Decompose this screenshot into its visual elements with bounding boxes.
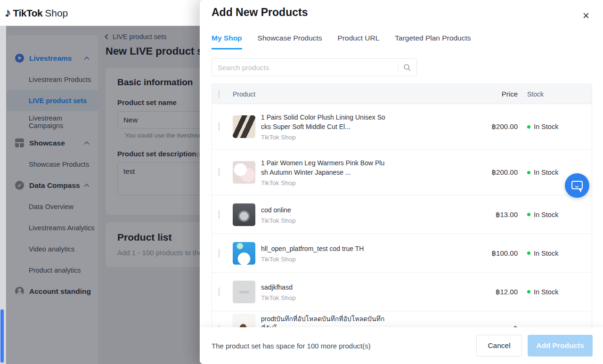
cancel-button[interactable]: Cancel [476,335,522,356]
search-icon[interactable] [403,64,411,71]
row-checkbox[interactable] [219,287,220,296]
tiktok-note-icon: ♪ [5,7,11,18]
row-checkbox[interactable] [219,210,220,219]
chat-smile-icon [575,185,579,187]
add-products-button[interactable]: Add Products [528,335,593,356]
row-checkbox[interactable] [219,168,220,177]
modal-footer: The product set has space for 100 more p… [200,327,603,364]
screen: ♪ TikTok Shop Livestreams Livestream Pro… [0,0,603,364]
product-shop: TikTok Shop [261,294,386,301]
row-checkbox[interactable] [219,249,220,258]
product-name: 1 Pair Women Leg Warmers Pink Bow Plush … [261,158,386,177]
product-price: ฿200.00 [471,168,518,177]
stock-status: In Stock [534,123,558,130]
select-all-checkbox[interactable] [219,90,220,98]
tiktok-shop-logo[interactable]: ♪ TikTok Shop [5,7,68,19]
product-name: cod online [261,205,386,215]
product-shop: TikTok Shop [261,179,386,186]
product-name: sadjkfhasd [261,283,386,292]
logo-text-tiktok: TikTok [13,8,43,19]
product-image-socks [233,115,255,138]
table-header: Product Price Stock [212,84,592,104]
table-row[interactable]: 1 Pair Women Leg Warmers Pink Bow Plush … [212,150,592,195]
left-scrollbar-thumb[interactable] [0,309,4,363]
product-name: hll_open_platfrom_test cod true TH [261,244,386,253]
tab-my-shop[interactable]: My Shop [212,34,242,49]
column-header-price: Price [471,90,518,98]
product-shop: TikTok Shop [261,256,386,263]
stock-status: In Stock [534,211,558,218]
in-stock-dot-icon [527,125,530,129]
modal-tabs: My Shop Showcase Products Product URL Ta… [212,34,471,49]
product-image-ring [233,203,255,226]
chat-fab-button[interactable] [565,173,589,198]
in-stock-dot-icon [527,290,530,293]
add-new-products-modal: Add New Products ✕ My Shop Showcase Prod… [200,0,603,364]
left-scrollbar-track [0,26,6,364]
product-price: ฿200.00 [471,122,518,131]
product-image-placeholder [233,281,255,303]
product-name: 1 Pairs Solid Color Plush Lining Unisex … [261,113,386,131]
modal-title: Add New Products [212,6,308,19]
stock-status: In Stock [534,288,558,296]
table-row[interactable]: 1 Pairs Solid Color Plush Lining Unisex … [212,104,592,150]
product-image-leg-warmers [233,161,255,184]
product-table: Product Price Stock 1 Pairs Solid Color … [212,84,592,357]
search-divider [398,64,399,71]
product-price: ฿100.00 [471,249,518,258]
in-stock-dot-icon [527,251,530,255]
table-row[interactable]: cod online TikTok Shop ฿13.00 In Stock [212,195,592,234]
product-image-cartoon [233,242,255,265]
tab-targeted-plan-products[interactable]: Targeted Plan Products [395,34,471,49]
row-checkbox[interactable] [219,122,220,131]
chat-bubble-tail [578,188,581,192]
table-row[interactable]: sadjkfhasd TikTok Shop ฿12.00 In Stock [212,273,592,311]
tab-product-url[interactable]: Product URL [338,34,380,49]
product-price: ฿13.00 [471,210,518,219]
search-input[interactable] [212,59,398,76]
product-shop: TikTok Shop [261,217,386,224]
chat-bubble-icon [571,181,583,189]
table-row[interactable]: hll_open_platfrom_test cod true TH TikTo… [212,234,592,273]
in-stock-dot-icon [527,171,530,174]
capacity-note: The product set has space for 100 more p… [212,342,371,350]
stock-status: In Stock [534,169,558,176]
logo-text-shop: Shop [45,8,68,19]
close-icon[interactable]: ✕ [582,11,590,20]
search-box [212,58,417,76]
column-header-stock: Stock [518,90,592,98]
in-stock-dot-icon [527,213,530,216]
product-price: ฿12.00 [471,288,518,296]
stock-status: In Stock [534,250,558,257]
column-header-product: Product [233,90,255,98]
product-shop: TikTok Shop [261,134,386,141]
tab-showcase-products[interactable]: Showcase Products [258,34,322,49]
